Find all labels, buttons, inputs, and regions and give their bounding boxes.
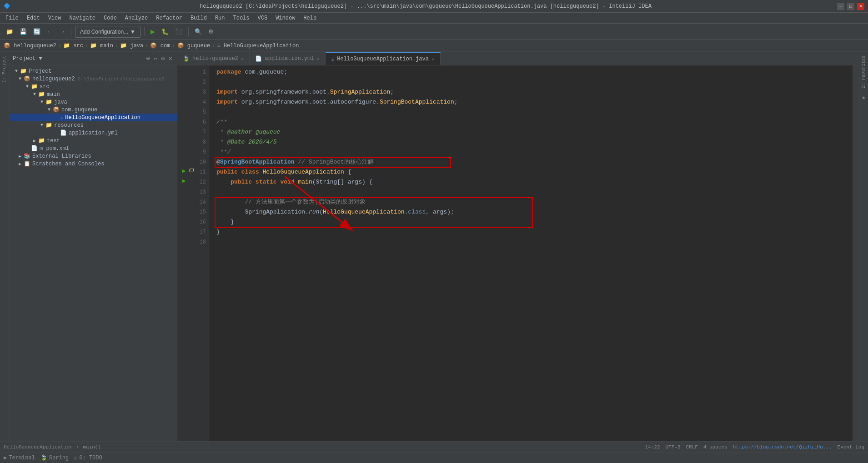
line-numbers: 1 2 3 4 5 6 7 8 9 10 11 12 13 14 15 16 1… <box>191 65 209 441</box>
search-everywhere-button[interactable]: 🔍 <box>192 25 204 38</box>
bookmark-gutter-10[interactable]: 🏷 <box>184 167 198 174</box>
status-encoding[interactable]: UTF-8 <box>666 444 681 450</box>
favorites-label[interactable]: 2: Favorites <box>860 52 867 92</box>
menu-item-code[interactable]: Code <box>100 14 120 22</box>
terminal-button[interactable]: ▶ Terminal <box>4 454 35 461</box>
breadcrumb: 📦 helloguqueue2 › 📁 src › 📁 main › 📁 jav… <box>0 40 868 52</box>
line-num-5: 5 <box>191 107 206 117</box>
breadcrumb-file[interactable]: ☕ HelloGuqueueApplication <box>217 42 299 49</box>
terminal-label: Terminal <box>9 455 35 461</box>
panel-settings-icon[interactable]: ⚙ <box>160 54 166 63</box>
menu-item-tools[interactable]: Tools <box>230 14 253 22</box>
code-line-2 <box>216 77 853 87</box>
toolbar: 📁 💾 🔄 ← → Add Configuration... ▼ ▶ 🐛 ⬛ 🔍… <box>0 24 868 40</box>
menu-item-vcs[interactable]: VCS <box>254 14 271 22</box>
tree-item-application-yml[interactable]: 📄 application.yml <box>9 129 177 137</box>
minimize-button[interactable]: ─ <box>837 3 844 10</box>
status-event-log[interactable]: Event Log <box>838 444 864 450</box>
refresh-button[interactable]: 🔄 <box>31 25 43 38</box>
forward-button[interactable]: → <box>57 25 67 38</box>
breadcrumb-module[interactable]: 📦 helloguqueue2 <box>4 42 56 49</box>
menu-item-navigate[interactable]: Navigate <box>65 14 99 22</box>
tree-item-pom[interactable]: 📄 m pom.xml <box>9 144 177 152</box>
panel-sync-icon[interactable]: ⊕ <box>145 54 151 63</box>
line-num-6: 6 <box>191 117 206 127</box>
left-tool-stripe: 1: Project <box>0 52 9 441</box>
tree-item-package[interactable]: ▼ 📦 com.guqueue <box>9 106 177 114</box>
status-breadcrumb-class[interactable]: HelloGuqueueApplication <box>4 444 73 450</box>
spring-icon: 🍃 <box>40 454 47 461</box>
menu-item-run[interactable]: Run <box>211 14 229 22</box>
project-stripe-label[interactable]: 1: Project <box>1 52 8 86</box>
todo-button[interactable]: ☑ 6: TODO <box>74 454 102 461</box>
main-layout: 1: Project Project ▼ ⊕ ⇔ ⚙ ✕ ▼ 📁 Project <box>0 52 868 441</box>
tab-application-yml[interactable]: 📄 application.yml ✕ <box>250 52 326 65</box>
spring-label: Spring <box>49 455 69 461</box>
run-button[interactable]: ▶ <box>148 25 157 38</box>
tab-hello-guqueue2[interactable]: 🍃 hello-guqueue2 ✕ <box>177 52 250 65</box>
run-gutter-icon-12[interactable]: ▶ <box>177 177 191 184</box>
panel-collapse-icon[interactable]: ⇔ <box>153 54 158 63</box>
back-button[interactable]: ← <box>45 25 55 38</box>
line-num-13: 13 <box>191 187 206 197</box>
tree-item-src[interactable]: ▼ 📁 src <box>9 83 177 90</box>
tree-item-module[interactable]: ▼ 📦 helloguqueue2 C:\IdeaProjects\hellog… <box>9 75 177 83</box>
add-configuration-button[interactable]: Add Configuration... ▼ <box>75 26 140 38</box>
tab-hello-close[interactable]: ✕ <box>241 56 244 62</box>
breadcrumb-main[interactable]: 📁 main <box>90 42 113 49</box>
tree-item-project-root[interactable]: ▼ 📁 Project <box>9 67 177 75</box>
menu-item-file[interactable]: File <box>2 14 22 22</box>
tab-java-icon: ☕ <box>331 56 334 63</box>
menu-item-edit[interactable]: Edit <box>23 14 44 22</box>
right-scrollbar[interactable] <box>853 65 859 441</box>
tree-item-ext-libs[interactable]: ▶ 📚 External Libraries <box>9 152 177 160</box>
tab-java-close[interactable]: ✕ <box>431 56 435 62</box>
tree-label-hello-file: HelloGuqueueApplication <box>65 115 140 121</box>
panel-close-icon[interactable]: ✕ <box>168 54 173 63</box>
stop-button[interactable]: ⬛ <box>173 25 185 38</box>
line-num-1: 1 <box>191 67 206 77</box>
favorites-star-icon[interactable]: ★ <box>862 94 865 101</box>
tree-label-module: helloguqueue2 <box>32 76 75 82</box>
tree-label-package: com.guqueue <box>61 107 97 113</box>
tree-item-hello-file[interactable]: ☕ HelloGuqueueApplication <box>9 114 177 121</box>
menu-item-build[interactable]: Build <box>187 14 211 22</box>
tree-item-java-src[interactable]: ▼ 📁 java <box>9 98 177 106</box>
tree-item-resources[interactable]: ▼ 📁 resources <box>9 121 177 129</box>
status-line-sep[interactable]: CRLF <box>686 444 698 450</box>
line-num-8: 8 <box>191 137 206 147</box>
breadcrumb-src[interactable]: 📁 src <box>63 42 83 49</box>
debug-button[interactable]: 🐛 <box>159 25 171 38</box>
breadcrumb-guqueue[interactable]: 📦 guqueue <box>177 42 211 49</box>
tab-yml-close[interactable]: ✕ <box>316 56 320 62</box>
breadcrumb-java[interactable]: 📁 java <box>120 42 143 49</box>
menu-item-refactor[interactable]: Refactor <box>152 14 186 22</box>
status-line-col[interactable]: 14:22 <box>645 444 660 450</box>
status-indent[interactable]: 4 spaces <box>703 444 728 450</box>
menu-item-analyze[interactable]: Analyze <box>121 14 151 22</box>
menu-item-window[interactable]: Window <box>272 14 299 22</box>
save-button[interactable]: 💾 <box>17 25 29 38</box>
module-icon: 📦 <box>24 75 30 82</box>
breadcrumb-com[interactable]: 📦 com <box>150 42 170 49</box>
status-breadcrumb-method[interactable]: main() <box>83 444 101 450</box>
tab-hello-guqueue-java[interactable]: ☕ HelloGuqueueApplication.java ✕ <box>326 52 441 65</box>
code-content[interactable]: package com.guqueue; import org.springfr… <box>209 65 853 441</box>
maximize-button[interactable]: □ <box>847 3 854 10</box>
tree-item-scratches[interactable]: ▶ 📋 Scratches and Consoles <box>9 160 177 168</box>
menu-item-view[interactable]: View <box>45 14 65 22</box>
code-line-15: SpringApplication . run ( HelloGuqueueAp… <box>216 207 853 217</box>
status-url[interactable]: https://blog.csdn.net/Qizhi_Hu... <box>733 444 832 450</box>
tree-item-test[interactable]: ▶ 📁 test <box>9 137 177 144</box>
menu-item-help[interactable]: Help <box>300 14 320 22</box>
test-icon: 📁 <box>38 137 45 144</box>
tree-label-pom: m pom.xml <box>40 145 69 152</box>
project-tree: ▼ 📁 Project ▼ 📦 helloguqueue2 C:\IdeaPro… <box>9 65 177 441</box>
close-button[interactable]: ✕ <box>857 3 864 10</box>
settings-button[interactable]: ⚙ <box>206 25 216 38</box>
code-line-18 <box>216 237 853 247</box>
package-icon: 📦 <box>53 106 60 113</box>
open-button[interactable]: 📁 <box>4 25 15 38</box>
spring-button[interactable]: 🍃 Spring <box>40 454 69 461</box>
tree-item-main[interactable]: ▼ 📁 main <box>9 90 177 98</box>
